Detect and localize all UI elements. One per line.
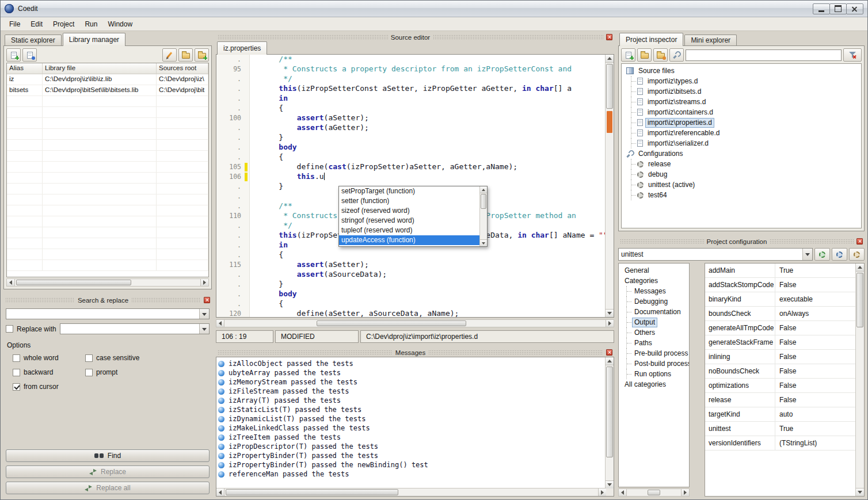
property-row-unittest[interactable]: unittestTrue xyxy=(705,422,855,436)
completion-item[interactable]: tupleof (reserved word) xyxy=(339,226,479,235)
editor-gutter[interactable]: .95....100....105106...110....115....120 xyxy=(216,55,250,317)
property-row-inlining[interactable]: inliningFalse xyxy=(705,350,855,364)
menu-run[interactable]: Run xyxy=(79,18,102,30)
message-row[interactable]: izMemoryStream passed the tests xyxy=(218,377,604,387)
category-general[interactable]: General xyxy=(620,265,689,276)
completion-item[interactable]: updateAccess (function) xyxy=(339,235,479,245)
menu-file[interactable]: File xyxy=(4,18,25,30)
tab-project-inspector[interactable]: Project inspector xyxy=(619,33,683,45)
category-debugging[interactable]: Debugging xyxy=(626,296,689,307)
option-case-sensitive[interactable]: case sensitive xyxy=(85,354,210,362)
message-row[interactable]: izPropertyBinder(T) passed the tests xyxy=(218,451,604,460)
property-grid-vertical-scrollbar[interactable] xyxy=(855,264,864,496)
tab-iz-properties[interactable]: iz.properties xyxy=(217,41,267,54)
clear-filter-button[interactable] xyxy=(843,48,862,62)
message-row[interactable]: izPropertyBinder(T) passed the newBindin… xyxy=(218,460,604,470)
tree-configuration-debug[interactable]: debug xyxy=(631,169,861,180)
tree-node-configurations[interactable]: Configurations xyxy=(624,148,861,159)
category-output[interactable]: Output xyxy=(626,317,689,327)
property-row-addmain[interactable]: addMainTrue xyxy=(705,264,855,278)
tab-mini-explorer[interactable]: Mini explorer xyxy=(684,35,737,45)
clone-configuration-button[interactable] xyxy=(832,248,847,261)
menu-edit[interactable]: Edit xyxy=(25,18,48,30)
tree-file-import-iz-containers-d[interactable]: import\iz\containers.d xyxy=(631,107,861,117)
minimize-button[interactable] xyxy=(813,3,830,14)
tree-configuration-test64[interactable]: test64 xyxy=(631,190,861,200)
tree-file-import-iz-types-d[interactable]: import\iz\types.d xyxy=(631,76,861,86)
replace-with-checkbox[interactable] xyxy=(6,325,13,333)
property-row-binarykind[interactable]: binaryKindexecutable xyxy=(705,292,855,307)
option-backward[interactable]: backward xyxy=(13,368,82,376)
search-term-combobox[interactable] xyxy=(6,308,210,319)
inspector-filter-input[interactable] xyxy=(686,49,842,61)
tree-file-import-iz-properties-d[interactable]: import\iz\properties.d xyxy=(631,117,861,128)
message-row[interactable]: ubyteArray passed the tests xyxy=(218,368,604,377)
property-row-addstackstompcode[interactable]: addStackStompCodeFalse xyxy=(705,278,855,292)
library-row[interactable]: izC:\Dev\dproj\iz\lib\iz.libC:\Dev\dproj… xyxy=(7,74,208,85)
messages-horizontal-scrollbar[interactable] xyxy=(216,488,606,496)
completion-scrollbar[interactable] xyxy=(479,186,487,246)
menu-window[interactable]: Window xyxy=(102,18,138,30)
add-file-button[interactable] xyxy=(621,48,635,62)
editor-horizontal-scrollbar[interactable] xyxy=(216,319,614,327)
close-panel-icon[interactable] xyxy=(606,34,612,40)
tree-file-import-iz-streams-d[interactable]: import\iz\streams.d xyxy=(631,97,861,107)
message-row[interactable]: izTreeItem passed the tests xyxy=(218,433,604,442)
tree-file-import-iz-bitsets-d[interactable]: import\iz\bitsets.d xyxy=(631,86,861,97)
message-row[interactable]: izFileStream passed the tests xyxy=(218,387,604,396)
configuration-combobox[interactable]: unittest xyxy=(618,248,813,261)
message-row[interactable]: izStaticList(T) passed the tests xyxy=(218,405,604,414)
message-row[interactable]: izDynamicList(T) passed the tests xyxy=(218,414,604,423)
editor-vertical-scrollbar[interactable] xyxy=(605,55,614,317)
tab-library-manager[interactable]: Library manager xyxy=(63,33,125,45)
category-paths[interactable]: Paths xyxy=(626,338,689,348)
tree-file-import-iz-referencable-d[interactable]: import\iz\referencable.d xyxy=(631,128,861,138)
menu-project[interactable]: Project xyxy=(48,18,79,30)
remove-configuration-button[interactable] xyxy=(849,248,865,261)
option-prompt[interactable]: prompt xyxy=(85,368,210,376)
completion-item[interactable]: sizeof (reserved word) xyxy=(339,206,479,216)
maximize-button[interactable] xyxy=(829,3,847,14)
column-header-library-file[interactable]: Library file xyxy=(43,63,157,74)
message-row[interactable]: izPropDescriptor(T) passed the tests xyxy=(218,442,604,451)
add-library-button[interactable] xyxy=(6,48,21,62)
property-row-versionidentifiers[interactable]: versionIdentifiers(TStringList) xyxy=(705,436,855,451)
option-from-cursor[interactable]: from cursor xyxy=(13,383,82,391)
completion-item[interactable]: stringof (reserved word) xyxy=(339,216,479,226)
close-panel-icon[interactable] xyxy=(204,297,210,303)
inspector-settings-button[interactable] xyxy=(669,48,684,62)
remove-file-button[interactable] xyxy=(653,48,668,62)
messages-vertical-scrollbar[interactable] xyxy=(605,357,614,488)
replace-input[interactable] xyxy=(60,324,199,334)
close-panel-icon[interactable] xyxy=(606,349,612,356)
dropdown-arrow-icon[interactable] xyxy=(199,324,209,334)
category-categories[interactable]: Categories xyxy=(620,276,689,286)
category-messages[interactable]: Messages xyxy=(626,286,689,296)
tree-file-import-iz-serializer-d[interactable]: import\iz\serializer.d xyxy=(631,138,861,148)
tree-configuration-release[interactable]: release xyxy=(631,159,861,169)
option-whole-word[interactable]: whole word xyxy=(13,354,82,362)
category-post-build-process[interactable]: Post-build process xyxy=(626,358,689,369)
open-library-file-button[interactable] xyxy=(178,48,193,62)
message-row[interactable]: referenceMan passed the tests xyxy=(218,470,604,479)
category-all-categories[interactable]: All categories xyxy=(620,379,689,390)
property-row-targetkind[interactable]: targetKindauto xyxy=(705,407,855,422)
completion-item[interactable]: setter (function) xyxy=(339,196,479,206)
message-row[interactable]: izAllocObject passed the tests xyxy=(218,359,604,368)
close-button[interactable] xyxy=(846,3,863,14)
save-libraries-button[interactable] xyxy=(22,48,37,62)
open-folder-button[interactable] xyxy=(637,48,652,62)
column-header-alias[interactable]: Alias xyxy=(7,63,43,74)
category-documentation[interactable]: Documentation xyxy=(626,307,689,317)
tab-static-explorer[interactable]: Static explorer xyxy=(5,35,62,45)
property-row-noboundscheck[interactable]: noBoundsCheckFalse xyxy=(705,364,855,379)
message-row[interactable]: izMakeLinkedClass passed the tests xyxy=(218,423,604,433)
library-row[interactable]: bitsetsC:\Dev\dproj\bitSet\lib\bitsets.l… xyxy=(7,85,208,96)
replace-button[interactable]: Replace xyxy=(6,465,210,478)
tree-node-source-files[interactable]: Source files xyxy=(624,66,861,76)
category-run-options[interactable]: Run options xyxy=(626,369,689,379)
property-row-generatealltmpcode[interactable]: generateAllTmpCodeFalse xyxy=(705,321,855,335)
property-row-release[interactable]: releaseFalse xyxy=(705,393,855,407)
property-row-boundscheck[interactable]: boundsCheckonAlways xyxy=(705,307,855,321)
replace-term-combobox[interactable] xyxy=(60,323,210,334)
